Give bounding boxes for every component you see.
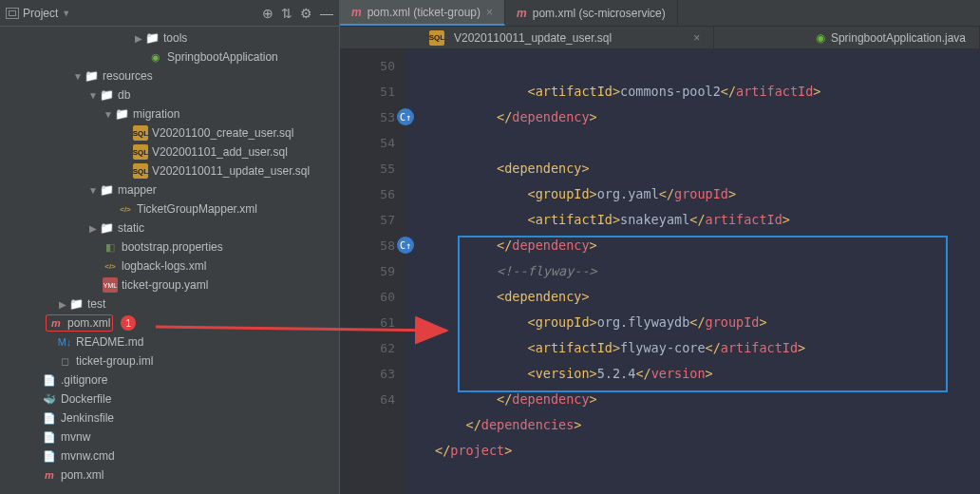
- locate-icon[interactable]: ⊕: [262, 6, 273, 21]
- maven-icon: m: [48, 315, 64, 331]
- tree-item-springapp[interactable]: ◉SpringbootApplication: [0, 48, 339, 66]
- file-icon: 📄: [42, 410, 57, 426]
- spring-icon: ◉: [148, 49, 163, 65]
- tree-item-tools[interactable]: ▶tools: [0, 28, 339, 48]
- xml-icon: </>: [118, 201, 133, 217]
- subtab-springapp[interactable]: ◉SpringbootApplication.java: [802, 27, 980, 48]
- folder-icon: [99, 87, 114, 103]
- tab-label: V2020110011_update_user.sql: [454, 31, 612, 45]
- close-icon[interactable]: ×: [486, 6, 493, 19]
- hide-icon[interactable]: —: [320, 6, 333, 21]
- close-icon[interactable]: ×: [693, 31, 700, 45]
- tree-item-gitignore[interactable]: 📄.gitignore: [0, 370, 339, 390]
- iml-icon: ◻: [57, 353, 72, 369]
- tree-item-sql1[interactable]: SQLV20201100_create_user.sql: [0, 124, 339, 142]
- tree-item-db[interactable]: ▼db: [0, 86, 339, 104]
- sql-icon: SQL: [429, 30, 444, 46]
- tree-item-migration[interactable]: ▼migration: [0, 104, 339, 124]
- folder-icon: [144, 30, 160, 46]
- spring-icon: ◉: [816, 31, 825, 45]
- folder-icon: [114, 106, 129, 122]
- maven-icon: m: [351, 6, 362, 19]
- tree-item-logback[interactable]: </>logback-logs.xml: [0, 256, 339, 276]
- editor-tabs: mpom.xml (ticket-group)× mpom.xml (sc-mi…: [340, 0, 980, 27]
- dropdown-caret-icon: ▼: [62, 9, 70, 18]
- code-editor[interactable]: <artifactId>commons-pool2</artifactId> <…: [406, 49, 980, 494]
- tab-label: pom.xml (sc-microservice): [533, 7, 666, 20]
- tree-item-mapperxml[interactable]: </>TicketGroupMapper.xml: [0, 200, 339, 218]
- sidebar-header: Project ▼ ⊕ ⇅ ⚙ —: [0, 0, 339, 27]
- tree-item-pom[interactable]: mpom.xml 1: [0, 314, 339, 332]
- yaml-icon: YML: [103, 277, 118, 293]
- sql-icon: SQL: [133, 125, 148, 141]
- editor-area: mpom.xml (ticket-group)× mpom.xml (sc-mi…: [340, 0, 980, 494]
- properties-icon: ◧: [103, 239, 118, 255]
- expand-icon[interactable]: ⇅: [281, 6, 292, 21]
- folder-icon: [68, 296, 84, 312]
- project-sidebar: Project ▼ ⊕ ⇅ ⚙ — ▶tools ◉SpringbootAppl…: [0, 0, 340, 494]
- folder-icon: [99, 182, 114, 198]
- tree-item-sql3[interactable]: SQLV2020110011_update_user.sql: [0, 162, 339, 180]
- tree-item-mvnwcmd[interactable]: 📄mvnw.cmd: [0, 446, 339, 466]
- tree-item-static[interactable]: ▶static: [0, 218, 339, 238]
- tree-item-jenkins[interactable]: 📄Jenkinsfile: [0, 408, 339, 428]
- annotation-badge: 1: [121, 315, 136, 331]
- sql-icon: SQL: [133, 163, 148, 179]
- subtab-sql[interactable]: SQLV2020110011_update_user.sql×: [416, 27, 714, 48]
- file-icon: 📄: [42, 448, 57, 464]
- tree-item-iml[interactable]: ◻ticket-group.iml: [0, 352, 339, 370]
- tree-item-ticketyaml[interactable]: YMLticket-group.yaml: [0, 276, 339, 294]
- tree-item-pom2[interactable]: mpom.xml: [0, 466, 339, 484]
- tab-label: SpringbootApplication.java: [831, 31, 966, 45]
- editor-subtabs: SQLV2020110011_update_user.sql× ◉Springb…: [340, 27, 980, 49]
- tab-label: pom.xml (ticket-group): [368, 6, 481, 19]
- file-icon: 📄: [42, 372, 57, 388]
- project-title: Project: [23, 7, 58, 20]
- tree-item-readme[interactable]: M↓README.md: [0, 332, 339, 352]
- tree-item-resources[interactable]: ▼resources: [0, 66, 339, 86]
- docker-icon: 🐳: [42, 391, 57, 407]
- project-tree[interactable]: ▶tools ◉SpringbootApplication ▼resources…: [0, 27, 339, 494]
- maven-icon: m: [42, 467, 57, 483]
- line-gutter: 50 51 53C↑ 54 55 56 57 58C↑ 59 60 61 62 …: [340, 49, 406, 494]
- maven-icon: m: [517, 7, 527, 20]
- folder-icon: [84, 68, 99, 84]
- tab-pom-sc[interactable]: mpom.xml (sc-microservice): [505, 0, 678, 26]
- highlight-box: mpom.xml: [46, 314, 113, 332]
- tab-pom-ticket[interactable]: mpom.xml (ticket-group)×: [340, 0, 505, 26]
- tree-item-bootstrap[interactable]: ◧bootstrap.properties: [0, 238, 339, 256]
- tree-item-mvnw[interactable]: 📄mvnw: [0, 428, 339, 446]
- tree-item-mapper[interactable]: ▼mapper: [0, 180, 339, 200]
- xml-icon: </>: [103, 258, 118, 274]
- tree-item-test[interactable]: ▶test: [0, 294, 339, 314]
- tree-item-dockerfile[interactable]: 🐳Dockerfile: [0, 390, 339, 408]
- file-icon: 📄: [42, 429, 57, 445]
- project-dropdown[interactable]: Project ▼: [6, 7, 70, 20]
- settings-icon[interactable]: ⚙: [300, 6, 312, 21]
- folder-icon: [99, 220, 114, 236]
- md-icon: M↓: [57, 334, 72, 350]
- sql-icon: SQL: [133, 144, 148, 160]
- tree-item-sql2[interactable]: SQLV202001101_add_user.sql: [0, 142, 339, 162]
- project-icon: [6, 8, 19, 19]
